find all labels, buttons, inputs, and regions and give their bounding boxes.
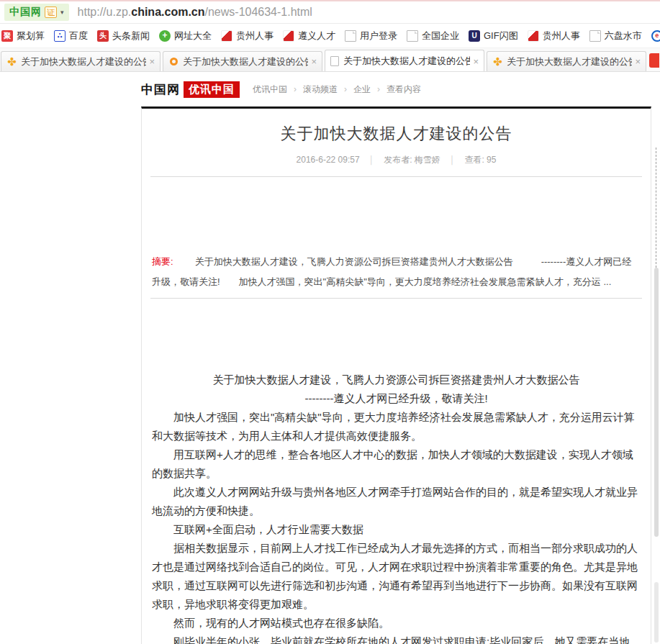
abstract-text: 关于加快大数据人才建设，飞腾人力资源公司拆巨资搭建贵州人才大数据公告 -----… <box>152 256 631 287</box>
bookmark-favicon-icon: 聚 <box>1 30 13 42</box>
bookmark-item[interactable]: 全国企业 <box>407 30 459 42</box>
tab-favicon-icon: ✤ <box>492 56 503 67</box>
breadcrumb-item[interactable]: 查看内容 <box>386 83 421 96</box>
article-paragraph: 互联网+全面启动，人才行业需要大数据 <box>152 520 641 539</box>
article-abstract: 摘要:关于加快大数据人才建设，飞腾人力资源公司拆巨资搭建贵州人才大数据公告 --… <box>152 252 641 292</box>
bookmark-favicon-icon: e <box>651 30 660 42</box>
address-bar: 中国网 证 ▾ http://u.zp.china.com.cn/news-10… <box>0 0 660 24</box>
tab-bar: ✤ 关于加快大数据人才建设的公告 × 关于加快大数据人才建设的公告 × 关于加快… <box>0 48 660 72</box>
breadcrumb-item[interactable]: 企业 <box>353 83 371 96</box>
site-verify-badge[interactable]: 中国网 证 ▾ <box>4 4 69 21</box>
bookmark-item[interactable]: ∴ 百度 <box>54 30 88 42</box>
meta-separator: │ <box>369 155 374 164</box>
article-paragraph: --------遵义人才网已经升级，敬请关注! <box>152 389 641 408</box>
bookmark-label: 聚划算 <box>17 30 45 42</box>
bookmark-favicon-icon: + <box>159 30 171 42</box>
bookmark-item[interactable]: 头 头条新闻 <box>97 30 150 42</box>
breadcrumb-item[interactable]: 滚动频道 <box>303 83 338 96</box>
article-container: 关于加快大数据人才建设的公告 2016-6-22 09:57 │ 发布者: 梅雪… <box>141 106 651 644</box>
browser-tab[interactable]: ✤ 关于加快大数据人才建设的公告 × <box>487 51 646 71</box>
tab-favicon-icon <box>330 56 339 66</box>
tab-close-icon[interactable]: × <box>149 56 155 67</box>
browser-tab[interactable]: 关于加快大数据人才建设的公告 × <box>163 51 322 71</box>
bookmark-item[interactable]: 聚 聚划算 <box>1 30 45 42</box>
breadcrumb-item[interactable]: 优讯中国 <box>253 83 287 96</box>
browser-tab[interactable]: 关于加快大数据人才建设的公告 × <box>325 50 484 72</box>
tab-favicon-icon: ✤ <box>6 56 17 67</box>
breadcrumb-crumb: › 企业 <box>338 83 371 96</box>
tab-close-icon[interactable]: × <box>473 56 479 67</box>
bookmark-label: 六盘水市 <box>605 30 642 42</box>
tab-title: 关于加快大数据人才建设的公告 <box>343 55 470 68</box>
breadcrumb: 优讯中国 › 滚动频道 › 企业 › 查看内容 <box>253 83 421 96</box>
breadcrumb-separator: › <box>344 84 347 94</box>
tab-favicon-icon <box>170 58 178 65</box>
bookmark-favicon-icon <box>407 30 418 42</box>
bookmark-item[interactable]: 遵义人才 <box>283 30 335 42</box>
bookmark-item[interactable]: 六盘水市 <box>589 30 642 42</box>
clipped-tab-favicon-icon[interactable] <box>649 53 659 68</box>
url-domain: china.com.cn <box>131 6 204 18</box>
publisher-label: 发布者: <box>384 155 412 165</box>
abstract-label: 摘要: <box>152 256 173 267</box>
bookmark-label: 用户登录 <box>360 30 397 42</box>
publisher-name: 梅雪娇 <box>415 155 440 165</box>
bookmark-item[interactable]: e 人才引进 <box>651 30 660 42</box>
breadcrumb-crumb: › 滚动频道 <box>287 83 338 96</box>
meta-separator: │ <box>450 155 455 164</box>
bookmark-favicon-icon <box>589 30 601 42</box>
page-viewport: 中国网 优讯中国 优讯中国 › 滚动频道 › 企业 <box>0 72 660 644</box>
bookmark-favicon-icon <box>345 30 356 42</box>
bookmark-favicon-icon <box>221 30 232 42</box>
capture-region-dashed-border <box>656 148 656 268</box>
bookmark-item[interactable]: 贵州人事 <box>528 30 580 42</box>
bookmark-label: 贵州人事 <box>543 30 580 42</box>
bookmark-label: 网址大全 <box>174 30 212 42</box>
bookmark-favicon-icon: ∴ <box>54 30 65 42</box>
bookmark-item[interactable]: U GIF闪图 <box>469 30 518 42</box>
site-header: 中国网 优讯中国 优讯中国 › 滚动频道 › 企业 <box>0 72 660 106</box>
bookmark-favicon-icon: 头 <box>97 30 109 42</box>
chevron-down-icon: ▾ <box>60 9 64 16</box>
article-paragraph: 据相关数据显示，目前网上人才找工作已经成为人才最先选择的方式，而相当一部分求职成… <box>152 539 641 614</box>
breadcrumb-crumb: 优讯中国 <box>253 83 287 96</box>
badge-site-name: 中国网 <box>9 6 42 19</box>
bookmark-favicon-icon: U <box>469 30 480 42</box>
views-count: 95 <box>487 155 496 165</box>
views-label: 查看: <box>464 155 484 165</box>
bookmark-label: GIF闪图 <box>484 30 518 42</box>
scrollbar-track-segment[interactable] <box>654 582 659 643</box>
bookmark-favicon-icon <box>528 30 539 42</box>
article-paragraph: 加快人才强国，突出"高精尖缺"导向，更大力度培养经济社会发展急需紧缺人才，充分运… <box>152 408 641 445</box>
tab-close-icon[interactable]: × <box>311 56 317 67</box>
scrollbar-thumb[interactable] <box>654 268 659 537</box>
tabs: ✤ 关于加快大数据人才建设的公告 × 关于加快大数据人才建设的公告 × 关于加快… <box>1 50 648 71</box>
browser-tab[interactable]: ✤ 关于加快大数据人才建设的公告 × <box>1 51 161 71</box>
bookmark-item[interactable]: + 网址大全 <box>159 30 212 42</box>
article-meta: 2016-6-22 09:57 │ 发布者: 梅雪娇 │ 查看: 95 <box>142 154 651 166</box>
article-date: 2016-6-22 09:57 <box>297 155 360 165</box>
article-paragraph: 此次遵义人才网网站升级与贵州各地区人才网牵手打造网站合作的目的，就是希望实现人才… <box>152 483 641 520</box>
bookmark-label: 百度 <box>69 30 88 42</box>
site-logo-text: 中国网 <box>141 81 180 98</box>
empty-image-area <box>142 177 651 252</box>
bookmark-label: 头条新闻 <box>112 30 150 42</box>
breadcrumb-separator: › <box>377 84 380 94</box>
bookmark-item[interactable]: 用户登录 <box>345 30 397 42</box>
verify-icon: 证 <box>45 6 57 18</box>
bookmarks-bar: 聚 聚划算 ∴ 百度 头 头条新闻 + 网址大全 贵州人事 遵义人才 用户登录 <box>0 24 660 48</box>
empty-area <box>142 299 651 371</box>
tab-title: 关于加快大数据人才建设的公告 <box>507 55 632 68</box>
tab-title: 关于加快大数据人才建设的公告 <box>21 55 146 68</box>
bookmark-label: 全国企业 <box>422 30 459 42</box>
article-paragraph: 然而，现有的人才网站模式也存在很多缺陷。 <box>152 614 641 632</box>
tab-close-icon[interactable]: × <box>635 56 641 67</box>
bookmark-item[interactable]: 贵州人事 <box>221 30 274 42</box>
article-paragraph: 关于加快大数据人才建设，飞腾人力资源公司拆巨资搭建贵州人才大数据公告 <box>152 371 641 389</box>
url-path: /news-104634-1.html <box>205 6 312 18</box>
tab-title: 关于加快大数据人才建设的公告 <box>183 55 308 68</box>
site-logo-badge: 优讯中国 <box>184 81 240 98</box>
bookmark-label: 贵州人事 <box>236 30 274 42</box>
url-field[interactable]: http://u.zp.china.com.cn/news-104634-1.h… <box>78 6 656 19</box>
article-title: 关于加快大数据人才建设的公告 <box>142 123 651 145</box>
